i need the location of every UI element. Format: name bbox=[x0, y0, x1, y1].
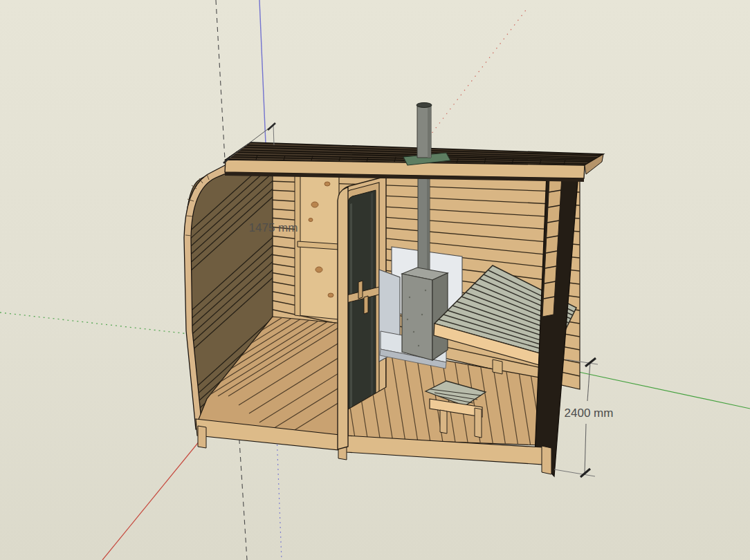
bench-leg bbox=[440, 410, 447, 433]
bench-leg bbox=[475, 408, 482, 438]
pipe-shading bbox=[427, 178, 430, 273]
viewport-canvas[interactable]: 2400 mm 1475 mm bbox=[0, 0, 750, 560]
porch-pine-panel[interactable] bbox=[295, 173, 339, 319]
glass-reflection bbox=[350, 203, 352, 417]
bench-leg bbox=[493, 360, 502, 374]
height-dimension-label[interactable]: 2400 mm bbox=[565, 407, 614, 420]
door-wall-stud[interactable] bbox=[338, 187, 348, 449]
chimney[interactable] bbox=[417, 103, 432, 158]
porch-width-dimension-label[interactable]: 1475 mm bbox=[249, 221, 298, 234]
foundation-leg bbox=[198, 426, 206, 448]
chimney-cap bbox=[417, 103, 432, 108]
chimney-shading bbox=[428, 105, 431, 158]
foundation-leg bbox=[542, 446, 551, 474]
stove-front bbox=[402, 274, 432, 360]
model-viewport[interactable]: 2400 mm 1475 mm bbox=[0, 0, 750, 560]
